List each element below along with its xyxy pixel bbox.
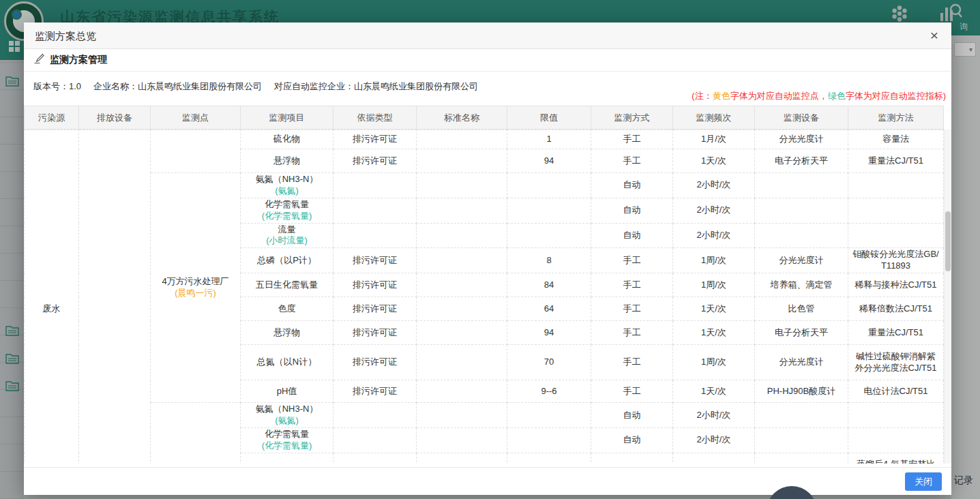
col-method: 监测方法: [848, 106, 944, 130]
monitor-item-name: 化学需氧量: [245, 429, 329, 440]
cell-basis-type: 排污许可证: [333, 297, 417, 321]
cell-method: 电位计法CJ/T51: [848, 380, 944, 403]
version-value: 1.0: [69, 81, 81, 91]
cell-standard-name: [417, 273, 507, 297]
cell-device: 分光光度计: [755, 248, 848, 273]
page: 山东省污染源监测信息共享系统 询 ▾ 记录: [0, 0, 980, 499]
cell-basis-type: 排污许可证: [333, 130, 417, 149]
cell-monitor-item: pH值: [241, 380, 333, 403]
cell-method: [848, 198, 944, 223]
monitor-item-name: 化学需氧量: [245, 199, 329, 211]
auto-company-value: 山东晨鸣纸业集团股份有限公司: [354, 81, 478, 91]
cell-limit: 9--6: [507, 380, 591, 403]
cell-method: 重量法CJ/T51: [848, 321, 944, 345]
cell-mode: 手工: [591, 248, 673, 273]
modal-header: 监测方案总览 ×: [24, 22, 951, 49]
col-pollution-source: 污染源: [25, 106, 79, 130]
cell-pollution-source: 废水: [25, 130, 79, 464]
col-limit: 限值: [507, 106, 591, 130]
cell-device: PH-HJ90B酸度计: [755, 380, 848, 403]
auto-indicator-label: (小时流量): [245, 235, 329, 247]
cell-frequency: 2小时/次: [673, 198, 755, 223]
close-button[interactable]: 关闭: [905, 472, 942, 491]
cell-monitor-item: 悬浮物: [241, 321, 333, 345]
cell-monitor-item: 总氮（以N计）: [241, 345, 333, 380]
cell-standard-name: [417, 248, 507, 273]
table-row: 4万方污水处理厂(晨鸣一污)氨氮（NH3-N）(氨氮)自动2小时/次: [25, 173, 944, 198]
auto-company-label: 对应自动监控企业：: [274, 81, 354, 91]
cell-monitor-item: 色度: [241, 297, 333, 321]
cell-frequency: 1周/次: [673, 345, 755, 380]
cell-limit: 94: [507, 321, 591, 345]
section-title: 监测方案管理: [50, 54, 107, 66]
cell-basis-type: 排污许可证: [333, 453, 417, 464]
cell-method: [848, 223, 944, 248]
modal-title: 监测方案总览: [35, 22, 96, 49]
monitor-item-name: 总磷（以P计）: [245, 255, 329, 267]
green-word: 绿色: [828, 91, 846, 101]
cell-mode: 手工: [591, 130, 673, 149]
cell-monitor-item: 五日生化需氧量: [241, 273, 333, 297]
scrollbar-thumb[interactable]: [945, 211, 951, 271]
auto-indicator-label: (化学需氧量): [245, 211, 329, 222]
cell-device: [755, 427, 848, 453]
cell-monitor-item: 硫化物: [241, 130, 333, 149]
cell-monitor-point: 4万方污水处理厂(晨鸣一污): [151, 173, 241, 403]
cell-mode: 自动: [591, 173, 673, 198]
cell-standard-name: [417, 380, 507, 403]
monitor-item-name: 色度: [245, 303, 329, 315]
monitor-item-name: 总氮（以N计）: [245, 357, 329, 368]
plan-info: 版本号：1.0企业名称：山东晨鸣纸业集团股份有限公司对应自动监控企业：山东晨鸣纸…: [33, 80, 478, 93]
cell-method: 稀释倍数法CJ/T51: [848, 297, 944, 321]
cell-frequency: 1周/次: [673, 273, 755, 297]
monitor-item-name: 硫化物: [245, 134, 329, 145]
cell-device: 分光光度计: [755, 345, 848, 380]
table-row: 废水硫化物排污许可证1手工1月/次分光光度计容量法: [25, 130, 944, 149]
cell-frequency: 1月/次: [673, 130, 755, 149]
cell-method: [848, 427, 944, 453]
col-frequency: 监测频次: [673, 106, 755, 130]
cell-method: [848, 403, 944, 428]
col-standard-name: 标准名称: [417, 106, 507, 130]
monitor-item-name: 五日生化需氧量: [245, 279, 329, 291]
table-header: 污染源 排放设备 监测点 监测项目 依据类型 标准名称 限值 监测方式 监测频次…: [24, 106, 951, 130]
cell-standard-name: [417, 149, 507, 173]
cell-monitor-item: 化学需氧量(化学需氧量): [241, 198, 333, 223]
cell-basis-type: 排污许可证: [333, 273, 417, 297]
cell-basis-type: 排污许可证: [333, 345, 417, 380]
monitor-item-name: pH值: [245, 386, 329, 397]
cell-limit: 1: [507, 453, 591, 464]
cell-monitor-item: 流量(小时流量): [241, 223, 333, 248]
cell-frequency: 1天/次: [673, 380, 755, 403]
cell-device: 比色管: [755, 297, 848, 321]
cell-discharge-equipment: [79, 130, 151, 464]
cell-method: 稀释与接种法CJ/T51: [848, 273, 944, 297]
cell-method: 碱性过硫酸钾消解紫外分光光度法CJ/T51: [848, 345, 944, 380]
cell-device: 电子分析天平: [755, 149, 848, 173]
monitor-item-name: 悬浮物: [245, 155, 329, 167]
cell-mode: 手工: [591, 345, 673, 380]
monitor-point-name: 4万方污水处理厂: [155, 276, 236, 288]
company-label: 企业名称：: [93, 81, 138, 91]
auto-indicator-label: (氨氮): [245, 185, 329, 197]
cell-monitor-item: 悬浮物: [241, 149, 333, 173]
cell-standard-name: [417, 427, 507, 453]
cell-basis-type: 排污许可证: [333, 149, 417, 173]
cell-monitor-point: [151, 130, 241, 173]
cell-frequency: 1天/次: [673, 321, 755, 345]
monitoring-plan-modal: 监测方案总览 × 监测方案管理 版本号：1.0企业名称：山东晨鸣纸业集团股份有限…: [24, 22, 951, 495]
pen-icon: [33, 53, 44, 67]
cell-method: [848, 173, 944, 198]
cell-basis-type: 排污许可证: [333, 248, 417, 273]
cell-limit: [507, 173, 591, 198]
cell-basis-type: [333, 427, 417, 453]
table-row: 氨氮（NH3-N）(氨氮)自动2小时/次: [25, 403, 944, 428]
auto-point-label: (晨鸣一污): [155, 288, 236, 299]
cell-method: 容量法: [848, 130, 944, 149]
scrollbar-track[interactable]: [944, 130, 951, 464]
section-bar: 监测方案管理: [24, 49, 951, 72]
company-value: 山东晨鸣纸业集团股份有限公司: [138, 81, 262, 91]
col-device: 监测设备: [755, 106, 848, 130]
close-icon[interactable]: ×: [925, 27, 943, 44]
cell-monitor-item: 氨氮（NH3-N）(氨氮): [241, 173, 333, 198]
